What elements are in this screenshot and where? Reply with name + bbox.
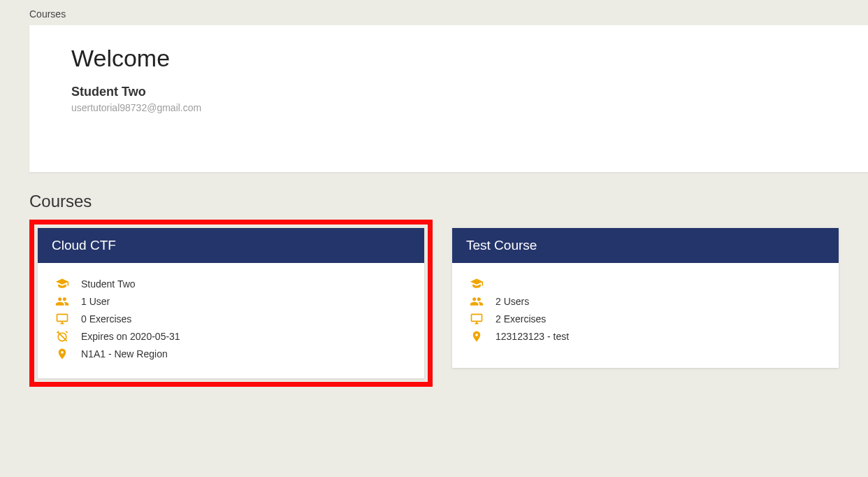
alarm-off-icon <box>55 329 70 343</box>
page-root: Courses Welcome Student Two usertutorial… <box>0 0 868 387</box>
course-exercises-text: 0 Exercises <box>81 313 131 325</box>
welcome-user-name: Student Two <box>71 85 826 99</box>
course-expires-row: Expires on 2020-05-31 <box>55 328 407 345</box>
course-highlight-wrap: Cloud CTF Student Two 1 User <box>29 220 433 387</box>
svg-rect-2 <box>472 314 482 321</box>
courses-row: Cloud CTF Student Two 1 User <box>0 220 868 387</box>
course-expires-text: Expires on 2020-05-31 <box>81 331 180 342</box>
course-owner-text: Student Two <box>81 278 136 290</box>
course-card[interactable]: Test Course 2 Users <box>452 228 839 368</box>
course-plain-wrap: Test Course 2 Users <box>452 220 839 368</box>
breadcrumb[interactable]: Courses <box>0 7 868 25</box>
course-exercises-row: 2 Exercises <box>469 311 822 327</box>
course-card-title[interactable]: Cloud CTF <box>38 228 424 263</box>
course-users-row: 1 User <box>55 293 407 310</box>
welcome-card: Welcome Student Two usertutorial98732@gm… <box>29 25 868 172</box>
welcome-title: Welcome <box>71 45 826 72</box>
course-location-row: N1A1 - New Region <box>55 346 407 362</box>
users-icon <box>469 294 484 308</box>
course-location-text: N1A1 - New Region <box>81 348 168 359</box>
course-users-text: 1 User <box>81 296 110 307</box>
course-location-row: 123123123 - test <box>469 328 822 345</box>
course-exercises-row: 0 Exercises <box>55 311 407 327</box>
course-users-row: 2 Users <box>469 293 822 310</box>
graduation-cap-icon <box>469 277 484 291</box>
course-card-title[interactable]: Test Course <box>452 228 839 263</box>
course-card-body: 2 Users 2 Exercises 123123123 - test <box>452 263 839 361</box>
welcome-user-email: usertutorial98732@gmail.com <box>71 102 826 113</box>
course-owner-row: Student Two <box>55 276 407 292</box>
course-card-body: Student Two 1 User 0 Exercises <box>38 263 424 378</box>
course-card[interactable]: Cloud CTF Student Two 1 User <box>38 228 424 378</box>
course-users-text: 2 Users <box>496 296 529 307</box>
course-owner-row <box>469 276 822 292</box>
monitor-icon <box>55 312 70 326</box>
monitor-icon <box>469 312 484 326</box>
svg-rect-0 <box>57 314 68 321</box>
course-exercises-text: 2 Exercises <box>496 313 546 325</box>
courses-section-title: Courses <box>29 192 868 211</box>
course-location-text: 123123123 - test <box>496 331 569 342</box>
location-pin-icon <box>55 347 70 361</box>
graduation-cap-icon <box>55 277 70 291</box>
location-pin-icon <box>469 329 484 343</box>
users-icon <box>55 294 70 308</box>
